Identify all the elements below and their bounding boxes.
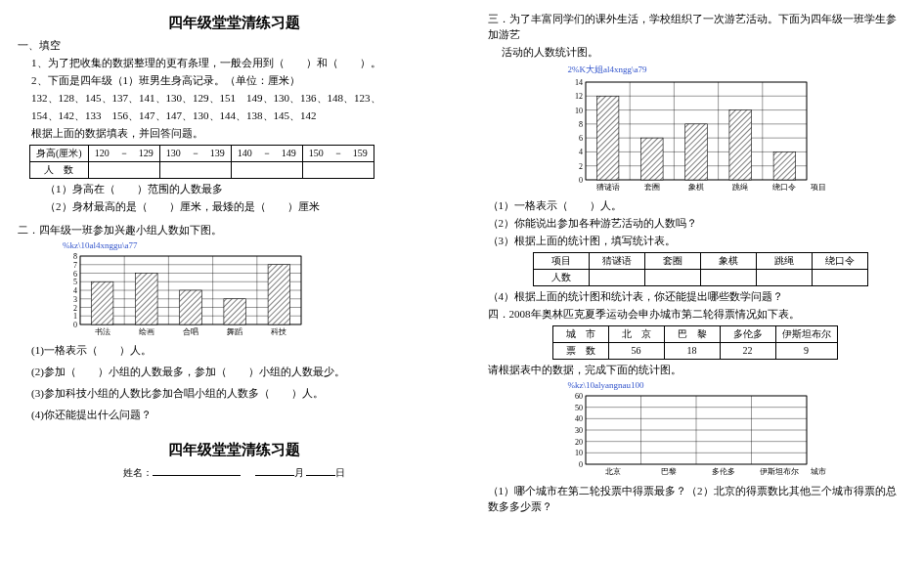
chart-interest-groups: %kz\10al4xnggu\a77 012345678书法绘画合唱舞蹈科技	[57, 240, 451, 340]
svg-rect-66	[684, 124, 707, 180]
table-row: 票 数 56 18 22 9	[552, 342, 837, 359]
svg-text:4: 4	[73, 286, 77, 295]
section-3-line-b: 活动的人数统计图。	[502, 45, 907, 61]
svg-rect-62	[596, 96, 619, 180]
chart-votes-blank: %kz\10alyangnau100 0102030405060北京巴黎多伦多伊…	[562, 380, 907, 480]
table-row: 城 市 北 京 巴 黎 多伦多 伊斯坦布尔	[552, 325, 837, 342]
svg-rect-31	[180, 290, 202, 324]
activity-table: 项目 猜谜语 套圈 象棋 跳绳 绕口令 人数	[533, 252, 868, 286]
svg-text:5: 5	[73, 279, 77, 287]
section-3-line-a: 三．为了丰富同学们的课外生活，学校组织了一次游艺活动。下面为四年级一班学生参加游…	[488, 12, 907, 43]
section-4-header: 四．2008年奥林匹克夏季运动会申办城市第二轮得票情况如下表。	[488, 307, 907, 323]
svg-text:4: 4	[579, 148, 583, 156]
svg-text:跳绳: 跳绳	[732, 183, 748, 192]
s2-q1: (1)一格表示（ ）人。	[31, 343, 451, 359]
s3-q3: （3）根据上面的统计图，填写统计表。	[488, 234, 907, 249]
name-date-line: 姓名： 月 日	[18, 465, 451, 480]
s3-q2: （2）你能说出参加各种游艺活动的人数吗？	[488, 216, 907, 232]
right-column: 三．为了丰富同学们的课外生活，学校组织了一次游艺活动。下面为四年级一班学生参加游…	[474, 10, 907, 517]
table-row: 项目 猜谜语 套圈 象棋 跳绳 绕口令	[533, 252, 867, 269]
q2-sub2: （2）身材最高的是（ ）厘米，最矮的是（ ）厘米	[45, 199, 451, 215]
svg-text:50: 50	[575, 404, 583, 412]
svg-text:20: 20	[575, 438, 583, 447]
svg-text:0: 0	[579, 176, 583, 185]
s4-questions: （1）哪个城市在第二轮投票中得票最多？（2）北京的得票数比其他三个城市得票的总数…	[488, 484, 907, 515]
svg-text:8: 8	[579, 120, 583, 129]
svg-text:8: 8	[73, 252, 77, 261]
svg-text:40: 40	[575, 415, 583, 424]
table-row: 人 数	[30, 161, 374, 178]
svg-text:合唱: 合唱	[183, 327, 198, 336]
height-table: 身高(厘米) 120 － 129 130 － 139 140 － 149 150…	[29, 145, 374, 179]
table-row: 人数	[533, 269, 867, 285]
svg-text:60: 60	[575, 392, 583, 401]
svg-text:10: 10	[575, 450, 583, 458]
svg-text:舞蹈: 舞蹈	[227, 327, 242, 336]
table-row: 身高(厘米) 120 － 129 130 － 139 140 － 149 150…	[30, 145, 374, 161]
q2-line-a: 2、下面是四年级（1）班男生身高记录。（单位：厘米）	[31, 73, 451, 89]
svg-text:书法: 书法	[95, 327, 110, 336]
chart-activities: 2%K大姐al4xngg\a79 02468101214猜谜语套圈象棋跳绳绕口令…	[562, 64, 907, 195]
svg-text:象棋: 象棋	[688, 183, 704, 192]
svg-text:北京: 北京	[605, 467, 621, 476]
svg-text:6: 6	[579, 134, 583, 143]
chart-caption: %kz\10al4xnggu\a77	[63, 240, 451, 250]
svg-rect-68	[728, 109, 751, 179]
svg-text:0: 0	[579, 460, 583, 469]
svg-text:猜谜语: 猜谜语	[595, 183, 619, 192]
svg-text:12: 12	[575, 92, 583, 101]
svg-text:多伦多: 多伦多	[712, 467, 735, 476]
svg-text:巴黎: 巴黎	[660, 467, 676, 476]
s2-q2: (2)参加（ ）小组的人数最多，参加（ ）小组的人数最少。	[31, 365, 451, 380]
section-2-header: 二．四年级一班参加兴趣小组人数如下图。	[18, 223, 451, 238]
svg-text:1: 1	[73, 313, 77, 322]
svg-text:项目: 项目	[811, 183, 826, 192]
svg-rect-35	[268, 265, 290, 324]
svg-rect-29	[136, 274, 158, 325]
chart-caption: 2%K大姐al4xngg\a79	[568, 64, 907, 76]
worksheet-title: 四年级堂堂清练习题	[18, 14, 451, 32]
svg-rect-70	[773, 151, 796, 180]
svg-text:绕口令: 绕口令	[772, 183, 796, 192]
svg-text:2: 2	[579, 162, 583, 171]
svg-rect-33	[224, 299, 246, 324]
svg-text:城市: 城市	[810, 467, 826, 476]
s2-q3: (3)参加科技小组的人数比参加合唱小组的人数多（ ）人。	[31, 386, 451, 402]
s4-instruction: 请根据表中的数据，完成下面的统计图。	[488, 363, 907, 378]
q2-line-c: 154、142、133 156、147、147、130、144、138、145、…	[31, 108, 451, 124]
svg-text:2: 2	[73, 304, 77, 313]
svg-text:7: 7	[73, 261, 77, 270]
section-1-header: 一、填空	[18, 38, 451, 54]
svg-text:14: 14	[575, 78, 583, 87]
svg-rect-64	[640, 138, 663, 180]
svg-text:3: 3	[73, 295, 77, 304]
svg-rect-27	[91, 282, 113, 325]
q1: 1、为了把收集的数据整理的更有条理，一般会用到（ ）和（ ）。	[31, 56, 451, 71]
s3-q4: （4）根据上面的统计图和统计表，你还能提出哪些数学问题？	[488, 289, 907, 305]
svg-text:绘画: 绘画	[139, 327, 154, 336]
svg-text:科技: 科技	[271, 327, 286, 336]
svg-text:10: 10	[575, 106, 583, 114]
left-column: 四年级堂堂清练习题 一、填空 1、为了把收集的数据整理的更有条理，一般会用到（ …	[18, 10, 451, 517]
chart-caption: %kz\10alyangnau100	[568, 380, 907, 390]
svg-text:伊斯坦布尔: 伊斯坦布尔	[759, 467, 798, 476]
q2-line-d: 根据上面的数据填表，并回答问题。	[31, 126, 451, 142]
votes-table: 城 市 北 京 巴 黎 多伦多 伊斯坦布尔 票 数 56 18 22 9	[552, 325, 838, 360]
svg-text:套圈: 套圈	[643, 183, 659, 192]
s3-q1: （1）一格表示（ ）人。	[488, 198, 907, 214]
q2-sub1: （1）身高在（ ）范围的人数最多	[45, 182, 451, 197]
s2-q4: (4)你还能提出什么问题？	[31, 408, 451, 423]
worksheet-title-2: 四年级堂堂清练习题	[18, 441, 451, 459]
svg-text:6: 6	[73, 270, 77, 279]
svg-text:0: 0	[73, 321, 77, 329]
svg-text:30: 30	[575, 426, 583, 435]
q2-line-b: 132、128、145、137、141、130、129、151 149、130、…	[31, 91, 451, 107]
